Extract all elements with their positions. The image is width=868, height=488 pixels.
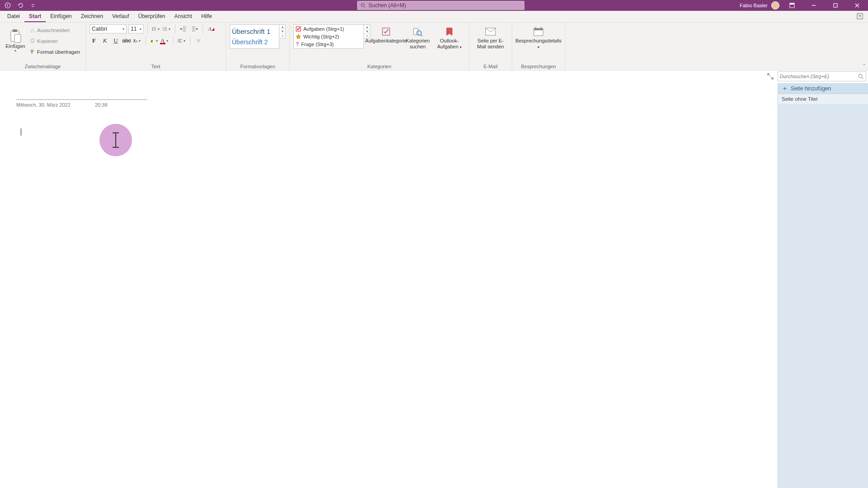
svg-rect-8 (14, 34, 21, 42)
group-tags: Aufgaben (Strg+1) Wichtig (Strg+2) ? Fra… (290, 23, 469, 70)
svg-rect-13 (31, 50, 33, 52)
group-email: Seite per E-Mail senden E-Mail (469, 23, 512, 70)
delete-button[interactable] (194, 36, 203, 45)
undo-button[interactable] (15, 0, 25, 10)
group-clipboard: Einfügen ▾ Ausschneiden Kopieren Format … (0, 23, 86, 70)
styles-up[interactable]: ▴ (279, 25, 285, 29)
tags-up[interactable]: ▴ (364, 25, 370, 29)
qat-dropdown[interactable] (28, 0, 38, 10)
page-list-item[interactable]: Seite ohne Titel (778, 94, 868, 104)
tab-datei[interactable]: Datei (3, 11, 24, 22)
task-category-button[interactable]: Aufgabenkategorie (370, 24, 402, 44)
back-button[interactable] (3, 0, 13, 10)
add-page-button[interactable]: ＋ Seite hinzufügen (778, 83, 868, 94)
meeting-details-label: Besprechungsdetails (515, 38, 561, 43)
user-name[interactable]: Fabio Basler (740, 3, 768, 8)
cut-button: Ausschneiden (30, 25, 80, 35)
tab-start[interactable]: Start (24, 11, 46, 22)
close-button[interactable] (848, 0, 866, 11)
subscript-button[interactable]: x₂▾ (133, 36, 142, 45)
svg-text:2: 2 (163, 28, 164, 30)
align-button[interactable]: ▾ (177, 36, 186, 45)
page-search-box[interactable] (778, 71, 866, 81)
tags-more[interactable]: ▿ (364, 34, 370, 38)
group-text: Calibri ▾ 11 ▾ ▾ 123▾ A◢ F K U (86, 23, 226, 70)
style-heading2[interactable]: Überschrift 2 (232, 38, 277, 46)
italic-button[interactable]: K (100, 36, 109, 45)
numbering-button[interactable]: 123▾ (162, 24, 171, 33)
tab-ueberpruefen[interactable]: Überprüfen (133, 11, 170, 22)
page-canvas[interactable]: Mittwoch, 30. März 2022 20:38 (0, 83, 778, 488)
svg-rect-7 (13, 29, 17, 32)
bullets-button[interactable]: ▾ (151, 24, 160, 33)
page-search-input[interactable] (780, 74, 858, 79)
collapse-ribbon-button[interactable]: ˄ (863, 63, 865, 68)
find-tags-button[interactable]: Kategorien suchen (402, 24, 434, 49)
minimize-button[interactable] (805, 0, 823, 11)
font-size-select[interactable]: 11 ▾ (128, 24, 144, 33)
style-heading1[interactable]: Überschrift 1 (232, 28, 277, 35)
styles-more[interactable]: ▿ (279, 34, 285, 38)
strikethrough-button[interactable]: abc (122, 36, 131, 45)
bold-button[interactable]: F (90, 36, 99, 45)
tag-todo[interactable]: Aufgaben (Strg+1) (294, 25, 363, 33)
svg-text:3: 3 (163, 29, 164, 31)
fullscreen-button[interactable] (767, 73, 774, 80)
styles-down[interactable]: ▾ (279, 29, 285, 34)
svg-point-32 (859, 74, 862, 78)
tag-important[interactable]: Wichtig (Strg+2) (294, 33, 363, 40)
tag-question-label: Frage (Strg+3) (301, 42, 334, 47)
page-time: 20:38 (95, 102, 108, 108)
add-page-label: Seite hinzufügen (791, 85, 831, 92)
tags-down[interactable]: ▾ (364, 29, 370, 34)
outlook-tasks-button[interactable]: Outlook-Aufgaben ▾ (434, 24, 465, 49)
outdent-button[interactable] (179, 24, 188, 33)
tab-zeichnen[interactable]: Zeichnen (76, 11, 108, 22)
tab-einfuegen[interactable]: Einfügen (46, 11, 76, 22)
ribbon-display-button[interactable] (783, 0, 801, 11)
page-title-input[interactable] (16, 99, 147, 100)
svg-point-1 (361, 4, 364, 7)
font-size-value: 11 (131, 26, 137, 32)
svg-point-15 (152, 28, 153, 29)
user-avatar[interactable] (771, 1, 779, 9)
svg-rect-3 (790, 3, 794, 5)
font-color-button[interactable]: A▾ (160, 36, 170, 45)
underline-button[interactable]: U (111, 36, 120, 45)
text-cursor (21, 128, 21, 136)
tags-group-label: Kategorien (293, 63, 465, 69)
global-search[interactable] (357, 1, 524, 10)
page-list-empty (778, 104, 868, 488)
svg-point-16 (152, 30, 153, 31)
page-list-pane: ＋ Seite hinzufügen Seite ohne Titel (778, 83, 868, 488)
maximize-button[interactable] (826, 0, 844, 11)
indent-button[interactable] (190, 24, 199, 33)
share-button[interactable] (856, 13, 864, 21)
tab-verlauf[interactable]: Verlauf (108, 11, 133, 22)
font-name-select[interactable]: Calibri ▾ (90, 24, 127, 33)
format-painter-button[interactable]: Format übertragen (30, 47, 80, 57)
tab-ansicht[interactable]: Ansicht (170, 11, 197, 22)
styles-scroll[interactable]: ▴ ▾ ▿ (279, 24, 286, 38)
find-tags-label: Kategorien suchen (402, 38, 434, 49)
tags-scroll[interactable]: ▴ ▾ ▿ (364, 24, 370, 38)
text-group-label: Text (90, 63, 222, 69)
highlight-button[interactable]: ▾ (150, 36, 159, 45)
svg-rect-29 (535, 27, 536, 29)
styles-gallery[interactable]: Überschrift 1 Überschrift 2 (230, 24, 279, 49)
tag-question[interactable]: ? Frage (Strg+3) (294, 41, 363, 48)
svg-point-9 (31, 31, 32, 33)
meeting-details-button[interactable]: Besprechungsdetails▾ (516, 24, 561, 49)
clipboard-group-label: Zwischenablage (4, 63, 82, 69)
tag-todo-label: Aufgaben (Strg+1) (303, 26, 344, 32)
clear-format-button[interactable]: A◢ (207, 24, 216, 33)
page-date: Mittwoch, 30. März 2022 (16, 102, 71, 108)
global-search-input[interactable] (368, 2, 521, 9)
email-page-button[interactable]: Seite per E-Mail senden (473, 24, 508, 49)
paste-button[interactable]: Einfügen ▾ (4, 24, 27, 57)
svg-text:1: 1 (163, 27, 164, 29)
page-search-row (0, 70, 868, 83)
tags-gallery[interactable]: Aufgaben (Strg+1) Wichtig (Strg+2) ? Fra… (293, 24, 364, 49)
meetings-group-label: Besprechungen (516, 63, 561, 69)
tab-hilfe[interactable]: Hilfe (197, 11, 217, 22)
